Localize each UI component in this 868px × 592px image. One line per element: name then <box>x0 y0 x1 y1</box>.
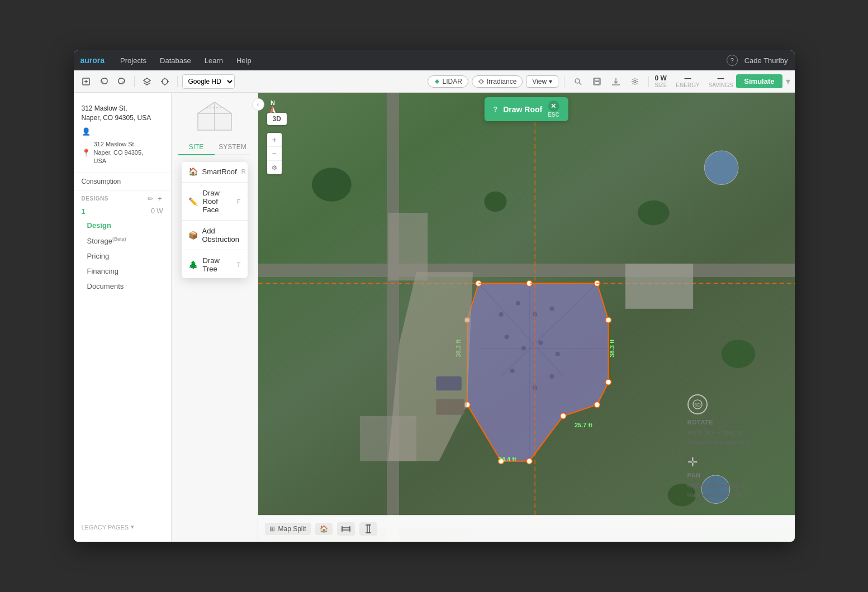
svg-rect-57 <box>625 264 692 309</box>
irradiance-btn[interactable]: Irradiance <box>472 75 523 88</box>
draw-roof-x-btn[interactable]: ✕ <box>548 101 559 112</box>
smart-roof-key: R <box>241 168 246 175</box>
zoom-out-btn[interactable]: − <box>267 147 282 160</box>
draw-tree-key: T <box>237 261 241 268</box>
add-obstruction-label: Add Obstruction <box>202 227 239 244</box>
top-right: ? Cade Thurlby <box>727 55 788 66</box>
add-obstruction-icon: 📦 <box>188 231 198 240</box>
tab-system[interactable]: SYSTEM <box>215 140 251 154</box>
quality-select[interactable]: Google HD Google SD Nearmap <box>182 74 235 89</box>
toolbar-right: LIDAR Irradiance View ▾ <box>428 74 790 89</box>
nav-database[interactable]: Database <box>153 54 198 67</box>
consumption-link[interactable]: Consumption <box>74 173 171 190</box>
address-detail: 312 Maslow St,Naper, CO 94305,USA <box>94 140 144 166</box>
zoom-in-btn[interactable]: + <box>267 133 282 146</box>
draw-tree-item[interactable]: 🌲 Draw Tree T <box>182 251 248 278</box>
middle-panel: ‹ SITE SYSTEM <box>172 93 258 542</box>
rotate-title: ROTATE <box>687 419 788 426</box>
nav-projects[interactable]: Projects <box>113 54 153 67</box>
map-split-btn[interactable]: ⊞ Map Split <box>265 523 311 535</box>
map-split-icon: ⊞ <box>269 525 275 533</box>
draw-roof-face-item[interactable]: ✏️ Draw Roof Face F <box>182 184 248 219</box>
add-obstruction-item[interactable]: 📦 Add Obstruction <box>182 222 248 249</box>
svg-text:N: N <box>271 99 275 106</box>
rotate-row: 3D <box>687 394 788 417</box>
layers-btn[interactable] <box>139 74 155 89</box>
left-sidebar: 312 Maslow St, Naper, CO 94305, USA 👤 📍 … <box>74 93 172 542</box>
btn-3d[interactable]: 3D <box>267 113 287 125</box>
smart-roof-item[interactable]: 🏠 SmartRoof R <box>182 162 248 181</box>
lidar-btn[interactable]: LIDAR <box>428 75 468 88</box>
save-icon-btn[interactable] <box>589 74 605 89</box>
legacy-pages-btn[interactable]: LEGACY PAGES ▾ <box>82 523 163 531</box>
svg-point-34 <box>521 346 525 351</box>
svg-rect-67 <box>436 376 461 390</box>
address-icon-row: 👤 <box>82 127 163 136</box>
nav-learn[interactable]: Learn <box>198 54 230 67</box>
undo-btn[interactable] <box>96 74 112 89</box>
svg-point-36 <box>555 352 559 356</box>
view-btn[interactable]: View ▾ <box>526 75 558 88</box>
simulate-button[interactable]: Simulate <box>736 74 782 88</box>
nav-financing[interactable]: Financing <box>74 264 171 279</box>
right-info: 3D ROTATE Right click + drag orDrag came… <box>687 394 788 508</box>
nav-storage[interactable]: Storage(Beta) <box>74 233 171 249</box>
bottom-btn-3[interactable] <box>337 522 355 536</box>
help-icon[interactable]: ? <box>727 55 738 66</box>
svg-point-39 <box>549 374 554 379</box>
nav-pricing[interactable]: Pricing <box>74 249 171 264</box>
rotate-icon: 3D <box>687 394 708 414</box>
location-icon: 📍 <box>82 149 91 157</box>
nav-documents[interactable]: Documents <box>74 279 171 294</box>
menu-divider-3 <box>182 250 248 250</box>
svg-text:25.7 ft: 25.7 ft <box>574 422 592 428</box>
edit-design-btn[interactable]: ✏ <box>146 195 154 203</box>
draw-roof-esc: ESC <box>548 112 559 118</box>
download-icon-btn[interactable] <box>608 74 624 89</box>
svg-point-37 <box>510 369 514 373</box>
panel-inner: SITE SYSTEM 🏠 SmartRoof R ✏️ Draw Roof F… <box>172 93 258 285</box>
redo-btn[interactable] <box>114 74 130 89</box>
pan-section: ✛ PAN Middle click + drag orHold space +… <box>687 455 788 499</box>
svg-point-19 <box>634 80 636 83</box>
tab-site[interactable]: SITE <box>178 140 215 155</box>
crosshair-btn[interactable] <box>157 74 173 89</box>
settings-btn-map[interactable]: ⚙ <box>267 161 282 174</box>
design-number: 1 <box>82 207 151 216</box>
svg-point-46 <box>560 413 566 419</box>
nav-help[interactable]: Help <box>230 54 258 67</box>
top-bar: aurora Projects Database Learn Help ? Ca… <box>74 50 795 70</box>
svg-rect-74 <box>342 528 350 530</box>
map-area[interactable]: 38.3 ft 38.3 ft 25.7 ft 24.4 ft <box>258 93 795 542</box>
measure-v-icon <box>364 524 373 533</box>
address-line1: 312 Maslow St, <box>82 104 163 113</box>
user-name[interactable]: Cade Thurlby <box>744 56 788 65</box>
simulate-expand-btn[interactable]: ▾ <box>786 76 790 87</box>
new-btn[interactable] <box>78 74 94 89</box>
search-icon-btn[interactable] <box>570 74 586 89</box>
svg-point-63 <box>721 340 755 368</box>
bottom-btn-2[interactable]: 🏠 <box>315 523 333 535</box>
draw-roof-label: Draw Roof <box>503 105 542 114</box>
svg-rect-17 <box>595 78 599 81</box>
sep3 <box>564 76 565 87</box>
settings-icon-btn[interactable] <box>627 74 643 89</box>
draw-roof-close: ✕ ESC <box>548 101 559 118</box>
nav-design[interactable]: Design <box>74 218 171 233</box>
svg-point-61 <box>312 168 352 202</box>
svg-rect-66 <box>388 213 428 280</box>
svg-text:3D: 3D <box>694 402 701 408</box>
panel-toggle[interactable]: ‹ <box>252 98 264 111</box>
bottom-btn-4[interactable] <box>359 522 377 536</box>
draw-roof-face-key: F <box>237 198 241 205</box>
svg-rect-68 <box>436 399 464 415</box>
draw-tree-icon: 🌲 <box>188 260 198 269</box>
add-design-btn[interactable]: + <box>156 195 163 203</box>
svg-point-29 <box>499 312 503 317</box>
sep1 <box>134 76 135 87</box>
design-watt: 0 W <box>151 207 163 215</box>
smart-roof-label: SmartRoof <box>202 168 237 176</box>
rotate-text: Right click + drag orDrag camera cube/ri… <box>687 428 788 446</box>
pan-text: Middle click + drag orHold space + left … <box>687 481 788 499</box>
person-icon: 👤 <box>82 127 91 136</box>
